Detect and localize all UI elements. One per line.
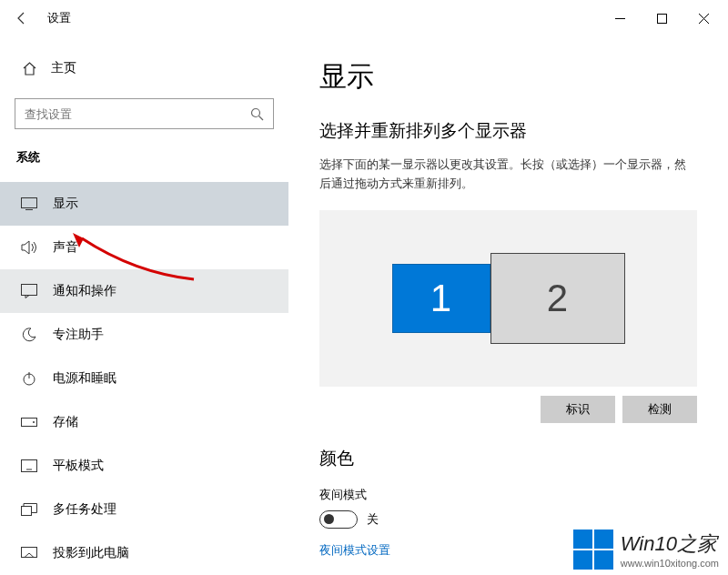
night-mode-settings-link[interactable]: 夜间模式设置: [319, 543, 390, 557]
svg-rect-9: [22, 548, 37, 558]
nav-item-storage[interactable]: 存储: [0, 400, 288, 444]
nav-item-power[interactable]: 电源和睡眠: [0, 357, 288, 400]
titlebar: 设置: [0, 0, 728, 36]
search-input[interactable]: [25, 107, 250, 121]
home-button[interactable]: 主页: [0, 51, 288, 86]
nav-label: 电源和睡眠: [53, 370, 116, 387]
search-box[interactable]: [15, 98, 274, 129]
identify-button[interactable]: 标识: [541, 396, 615, 423]
svg-rect-2: [22, 198, 37, 208]
maximize-button[interactable]: [641, 0, 682, 36]
category-header: 系统: [0, 149, 288, 166]
nav-item-projecting[interactable]: 投影到此电脑: [0, 531, 288, 575]
night-mode-toggle[interactable]: [319, 510, 358, 529]
search-icon: [250, 107, 264, 121]
arrange-heading: 选择并重新排列多个显示器: [319, 119, 697, 143]
detect-button[interactable]: 检测: [622, 396, 697, 423]
window-title: 设置: [47, 10, 71, 26]
nav-item-multitasking[interactable]: 多任务处理: [0, 488, 288, 531]
tablet-icon: [20, 459, 38, 472]
nav-label: 显示: [53, 196, 78, 212]
nav-item-notifications[interactable]: 通知和操作: [0, 269, 288, 313]
arrow-left-icon: [15, 11, 29, 25]
nav-item-sound[interactable]: 声音: [0, 226, 288, 269]
svg-rect-7: [22, 460, 37, 472]
nav-label: 声音: [53, 239, 78, 256]
color-heading: 颜色: [319, 447, 697, 470]
speaker-icon: [20, 240, 38, 255]
nav-item-display[interactable]: 显示: [0, 182, 288, 226]
nav-label: 投影到此电脑: [53, 545, 129, 561]
monitor-buttons: 标识 检测: [319, 396, 697, 423]
power-icon: [20, 371, 38, 386]
back-button[interactable]: [4, 0, 40, 36]
svg-rect-0: [657, 14, 666, 23]
nav-label: 专注助手: [53, 327, 104, 343]
window-controls: [599, 0, 724, 36]
minimize-button[interactable]: [599, 0, 641, 36]
home-icon: [20, 61, 38, 76]
moon-icon: [20, 328, 38, 342]
nav-label: 存储: [53, 414, 78, 430]
svg-rect-3: [22, 285, 37, 296]
monitor-2[interactable]: 2: [490, 253, 625, 344]
nav-item-tablet[interactable]: 平板模式: [0, 444, 288, 488]
monitor-1[interactable]: 1: [392, 264, 490, 333]
nav-label: 平板模式: [53, 458, 104, 474]
page-title: 显示: [319, 58, 697, 96]
storage-icon: [20, 418, 38, 427]
svg-rect-8: [22, 507, 32, 516]
night-mode-toggle-row: 关: [319, 510, 697, 529]
arrange-description: 选择下面的某一显示器以更改其设置。长按（或选择）一个显示器，然后通过拖动方式来重…: [319, 156, 697, 194]
toggle-state: 关: [367, 511, 379, 528]
watermark-title: Win10之家: [621, 530, 719, 558]
message-icon: [20, 284, 38, 298]
monitor-icon: [20, 197, 38, 210]
home-label: 主页: [51, 60, 76, 76]
watermark-url: www.win10xitong.com: [621, 558, 719, 569]
svg-point-6: [33, 421, 35, 423]
sidebar: 主页 系统 显示 声音 通知和操作 专注助手 电源和睡眠 存储: [0, 36, 288, 575]
monitor-picker[interactable]: 1 2: [319, 210, 697, 387]
main-content: 显示 选择并重新排列多个显示器 选择下面的某一显示器以更改其设置。长按（或选择）…: [288, 36, 728, 575]
nav-label: 通知和操作: [53, 283, 116, 299]
nav-item-focus-assist[interactable]: 专注助手: [0, 313, 288, 357]
projection-icon: [20, 547, 38, 560]
nav-label: 多任务处理: [53, 501, 116, 518]
watermark: Win10之家 www.win10xitong.com: [573, 530, 719, 570]
night-mode-label: 夜间模式: [319, 487, 697, 503]
windows-logo-icon: [573, 530, 613, 570]
close-button[interactable]: [682, 0, 724, 36]
multitask-icon: [20, 503, 38, 516]
svg-point-1: [252, 108, 260, 116]
